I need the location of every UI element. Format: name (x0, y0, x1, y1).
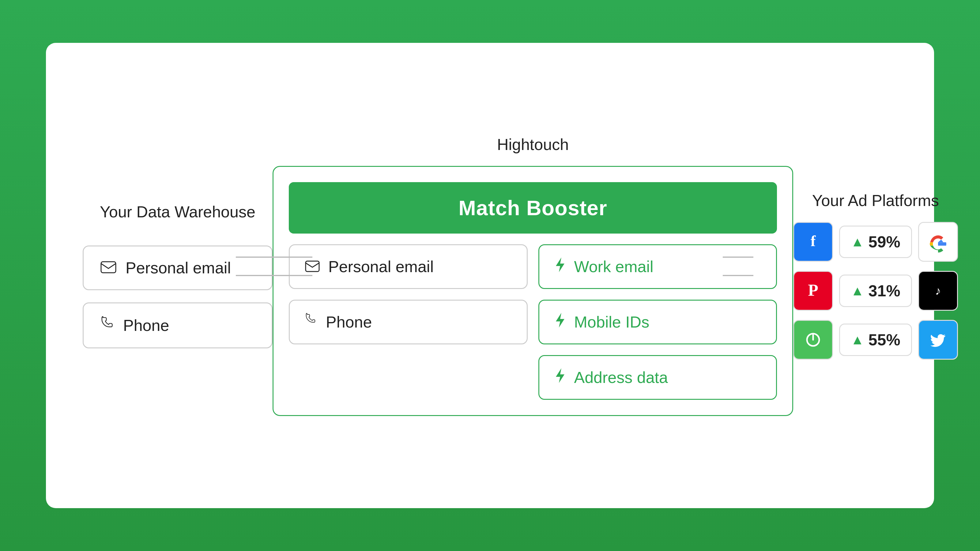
segment-badge: ▲ 55% (839, 324, 912, 356)
segment-icon (793, 320, 833, 360)
phone-label: Phone (123, 316, 169, 335)
platforms-grid: f ▲ 59% (793, 222, 958, 360)
personal-email-center: Personal email (289, 244, 528, 289)
personal-email-center-label: Personal email (328, 257, 434, 276)
svg-text:P: P (808, 281, 818, 299)
up-arrow-2: ▲ (851, 283, 864, 299)
phone-box: Phone (83, 302, 272, 348)
mobile-ids-label: Mobile IDs (574, 313, 649, 331)
svg-rect-4 (101, 262, 116, 273)
email-center-icon (305, 257, 320, 276)
left-title: Your Data Warehouse (83, 203, 272, 221)
personal-email-label: Personal email (126, 259, 231, 277)
center-title: Hightouch (497, 135, 569, 154)
facebook-badge: ▲ 59% (839, 225, 912, 258)
left-column: Your Data Warehouse Personal email Phone (83, 203, 272, 348)
platform-row-2: P ▲ 31% ♪ (793, 271, 958, 311)
work-email-label: Work email (574, 257, 654, 276)
bolt-icon-3 (555, 368, 566, 387)
right-column: Your Ad Platforms f ▲ 59% (793, 191, 958, 360)
pinterest-pct: 31% (869, 282, 900, 300)
main-card: Your Data Warehouse Personal email Phone (46, 43, 934, 508)
tiktok-icon: ♪ (918, 271, 958, 311)
twitter-icon (918, 320, 958, 360)
row-2: Phone Mobile IDs (289, 300, 777, 345)
hightouch-box: Match Booster Personal email (272, 166, 793, 416)
platform-row-1: f ▲ 59% (793, 222, 958, 262)
google-icon (918, 222, 958, 262)
pinterest-icon: P (793, 271, 833, 311)
work-email-center: Work email (538, 244, 777, 289)
bolt-icon-2 (555, 312, 566, 332)
personal-email-box: Personal email (83, 246, 272, 290)
facebook-pct: 59% (869, 233, 900, 251)
row-3: Address data (289, 355, 777, 400)
row-1: Personal email Work email (289, 244, 777, 289)
email-icon (100, 259, 116, 277)
diagram-container: Your Data Warehouse Personal email Phone (46, 43, 934, 508)
center-column: Hightouch Match Booster Personal email (272, 135, 793, 416)
phone-center-label: Phone (326, 313, 372, 331)
svg-rect-5 (305, 261, 319, 272)
svg-text:f: f (811, 233, 816, 249)
match-booster-button[interactable]: Match Booster (289, 182, 777, 233)
address-data-label: Address data (574, 368, 668, 387)
facebook-icon: f (793, 222, 833, 262)
pinterest-badge: ▲ 31% (839, 275, 912, 307)
phone-icon (100, 316, 114, 335)
up-arrow-1: ▲ (851, 234, 864, 249)
segment-pct: 55% (869, 330, 900, 349)
right-title: Your Ad Platforms (793, 191, 958, 210)
phone-center-icon (305, 313, 317, 331)
svg-text:♪: ♪ (935, 284, 941, 297)
platform-row-3: ▲ 55% (793, 320, 958, 360)
mobile-ids-center: Mobile IDs (538, 300, 777, 345)
bolt-icon-1 (555, 257, 566, 276)
up-arrow-3: ▲ (851, 332, 864, 348)
address-data-center: Address data (538, 355, 777, 400)
phone-center: Phone (289, 300, 528, 345)
